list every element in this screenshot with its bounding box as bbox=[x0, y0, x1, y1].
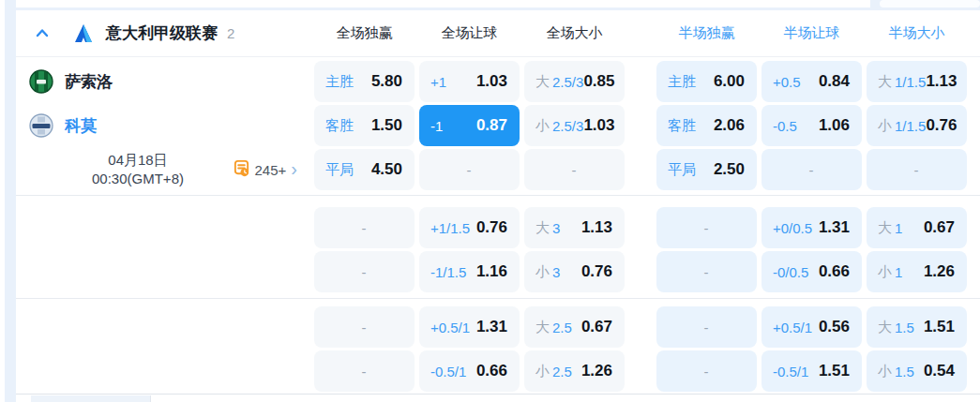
odds-cell-empty: - bbox=[314, 251, 415, 292]
odds-cell[interactable]: -1/1.51.16 bbox=[419, 251, 520, 292]
odds-cell-empty: - bbox=[656, 350, 757, 392]
odds-section-main: 萨索洛 科莫 04月18日 00:30(GMT+8) bbox=[16, 57, 980, 196]
odds-val: 6.00 bbox=[714, 72, 745, 91]
odds-cell[interactable]: 主胜6.00 bbox=[656, 61, 757, 102]
odds-side: 小 bbox=[878, 363, 892, 380]
odds-cell[interactable]: -0/0.50.66 bbox=[761, 251, 862, 292]
odds-cell-empty: - bbox=[867, 149, 967, 190]
odds-val: 4.50 bbox=[371, 160, 402, 179]
odds-lbl: 主胜 bbox=[668, 73, 696, 91]
league-odds-card: 意大利甲级联赛 2 全场独赢 全场让球 全场大小 半场独赢 半场让球 半场大小 bbox=[16, 10, 980, 395]
odds-cell[interactable]: -0.51.06 bbox=[761, 105, 862, 146]
odds-cell[interactable]: +0.50.84 bbox=[761, 61, 862, 102]
odds-val: 1.06 bbox=[819, 116, 850, 135]
odds-side: 大 bbox=[878, 73, 892, 91]
odds-cell[interactable]: 客胜2.06 bbox=[656, 105, 757, 146]
col-header-fulltime-handicap: 全场让球 bbox=[419, 24, 520, 42]
odds-val: 0.54 bbox=[924, 362, 955, 380]
odds-cell[interactable]: 大1/1.51.13 bbox=[867, 61, 967, 102]
odds-line: +0/0.5 bbox=[773, 220, 812, 236]
odds-cell[interactable]: 平局2.50 bbox=[656, 149, 757, 190]
odds-line: 1 bbox=[895, 220, 902, 236]
odds-val: 1.26 bbox=[924, 262, 955, 281]
home-team-logo-icon bbox=[29, 69, 53, 94]
more-markets-link[interactable]: 245+ › bbox=[233, 149, 297, 190]
odds-cell[interactable]: 小11.26 bbox=[867, 251, 967, 292]
odds-cell[interactable]: 大2.5/30.85 bbox=[524, 61, 625, 102]
odds-val: 0.87 bbox=[476, 116, 507, 135]
odds-cell[interactable]: -10.87 bbox=[419, 105, 520, 146]
odds-cell[interactable]: 平局4.50 bbox=[314, 149, 415, 190]
collapse-chevron-up-icon[interactable] bbox=[35, 26, 50, 41]
league-block[interactable]: 意大利甲级联赛 2 bbox=[16, 10, 234, 56]
odds-cell[interactable]: 小1.50.54 bbox=[867, 350, 967, 392]
odds-val: 1.13 bbox=[581, 218, 612, 237]
odds-val: 1.26 bbox=[581, 362, 612, 380]
odds-line: 1 bbox=[895, 264, 902, 280]
odds-val: 2.06 bbox=[714, 116, 745, 135]
odds-cell[interactable]: 大1.51.51 bbox=[867, 306, 967, 348]
odds-line: 2.5/3 bbox=[552, 118, 583, 134]
odds-cell[interactable]: 大2.50.67 bbox=[524, 306, 625, 348]
odds-line: 1.5 bbox=[895, 364, 914, 380]
odds-cell-empty: - bbox=[314, 350, 415, 392]
odds-cell[interactable]: 小2.5/31.03 bbox=[524, 105, 625, 146]
odds-side: 小 bbox=[535, 263, 550, 281]
odds-line: -1/1.5 bbox=[430, 264, 466, 280]
match-date: 04月18日 bbox=[35, 151, 241, 170]
odds-cell[interactable]: 大31.13 bbox=[524, 207, 625, 248]
top-gap bbox=[16, 0, 980, 10]
odds-val: 0.67 bbox=[924, 218, 955, 237]
market-column-headers: 全场独赢 全场让球 全场大小 半场独赢 半场让球 半场大小 bbox=[314, 10, 980, 56]
odds-lbl: 平局 bbox=[325, 161, 354, 179]
odds-val: 1.51 bbox=[819, 362, 850, 380]
odds-cell[interactable]: +0/0.51.31 bbox=[761, 207, 862, 248]
odds-cell[interactable]: 大10.67 bbox=[867, 207, 967, 248]
away-team-logo-icon bbox=[29, 113, 53, 138]
odds-val: 0.85 bbox=[583, 72, 614, 91]
odds-lbl: 客胜 bbox=[325, 117, 354, 135]
odds-cell-empty: - bbox=[314, 306, 415, 348]
odds-cell[interactable]: -0.5/11.51 bbox=[761, 350, 862, 392]
away-team-row[interactable]: 科莫 bbox=[29, 105, 97, 146]
col-header-halftime-handicap: 半场让球 bbox=[761, 24, 862, 42]
odds-val: 0.76 bbox=[476, 218, 507, 237]
home-team-name: 萨索洛 bbox=[65, 71, 113, 93]
odds-cell-empty: - bbox=[524, 149, 625, 190]
previous-card-corner bbox=[880, 0, 980, 7]
odds-rows-alt2: -+0.5/11.31大2.50.67-+0.5/10.56大1.51.51--… bbox=[314, 299, 980, 394]
odds-side: 小 bbox=[878, 117, 892, 135]
match-info: 萨索洛 科莫 04月18日 00:30(GMT+8) bbox=[16, 57, 314, 195]
odds-cell[interactable]: 客胜1.50 bbox=[314, 105, 415, 146]
odds-row: 主胜5.80+11.03大2.5/30.85主胜6.00+0.50.84大1/1… bbox=[314, 61, 980, 102]
odds-cell[interactable]: +0.5/10.56 bbox=[761, 306, 862, 348]
odds-cell[interactable]: 小1/1.50.76 bbox=[867, 105, 967, 146]
next-section-cell-edge bbox=[31, 395, 151, 402]
previous-card-edge bbox=[16, 0, 870, 7]
odds-lbl: 主胜 bbox=[325, 73, 354, 91]
odds-cell[interactable]: +1/1.50.76 bbox=[419, 207, 520, 248]
markets-count: 245+ bbox=[255, 162, 287, 178]
odds-val: 0.76 bbox=[926, 116, 957, 135]
home-team-row[interactable]: 萨索洛 bbox=[29, 61, 113, 102]
odds-cell[interactable]: 小2.51.26 bbox=[524, 350, 625, 392]
odds-val: 1.13 bbox=[926, 72, 957, 91]
odds-val: 0.76 bbox=[581, 262, 612, 281]
league-match-count: 2 bbox=[227, 25, 234, 41]
odds-line: +0.5 bbox=[773, 74, 801, 90]
match-meta-row: 04月18日 00:30(GMT+8) 245+ › bbox=[16, 149, 314, 190]
odds-cell[interactable]: +0.5/11.31 bbox=[419, 306, 520, 348]
odds-section-alt1: -+1/1.50.76大31.13-+0/0.51.31大10.67--1/1.… bbox=[16, 196, 980, 299]
odds-cell[interactable]: +11.03 bbox=[419, 61, 520, 102]
odds-row: 平局4.50--平局2.50-- bbox=[314, 149, 980, 190]
odds-cell[interactable]: 主胜5.80 bbox=[314, 61, 415, 102]
col-header-halftime-overunder: 半场大小 bbox=[867, 24, 967, 42]
odds-val: 1.31 bbox=[476, 318, 507, 336]
odds-val: 0.56 bbox=[819, 318, 850, 336]
odds-line: 3 bbox=[552, 220, 560, 236]
odds-cell[interactable]: 小30.76 bbox=[524, 251, 625, 292]
odds-row: -+1/1.50.76大31.13-+0/0.51.31大10.67 bbox=[314, 207, 980, 248]
odds-val: 1.51 bbox=[924, 318, 955, 336]
odds-cell[interactable]: -0.5/10.66 bbox=[419, 350, 520, 392]
odds-cell-empty: - bbox=[419, 149, 520, 190]
